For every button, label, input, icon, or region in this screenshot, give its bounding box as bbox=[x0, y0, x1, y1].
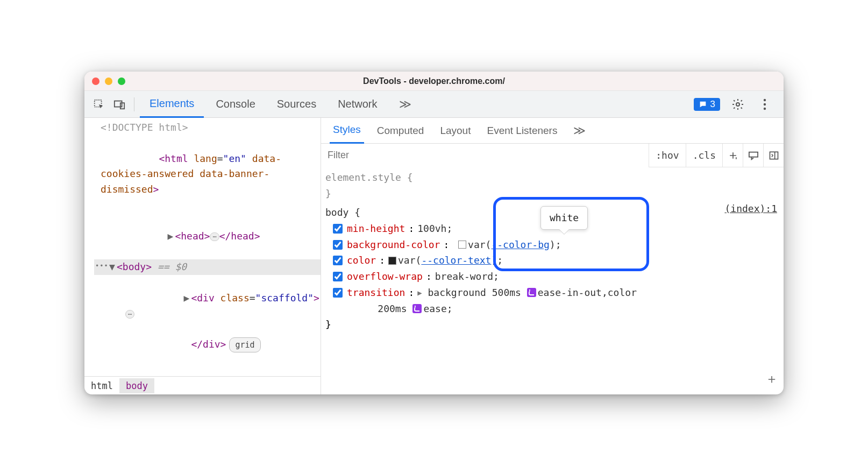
cls-toggle[interactable]: .cls bbox=[686, 144, 722, 167]
tab-elements[interactable]: Elements bbox=[140, 91, 204, 118]
var-color-text[interactable]: --color-text bbox=[421, 255, 491, 266]
issues-badge[interactable]: 3 bbox=[694, 98, 720, 111]
prop-background-color[interactable]: background-color: var(--color-bg); bbox=[325, 237, 779, 253]
toolbar-separator bbox=[134, 97, 134, 111]
window-titlebar: DevTools - developer.chrome.com/ bbox=[84, 72, 784, 91]
body-node-selected[interactable]: ▼<body> == $0 bbox=[94, 259, 321, 275]
elements-panel: <!DOCTYPE html> <html lang="en" data-coo… bbox=[84, 118, 321, 394]
styles-panel: Styles Computed Layout Event Listeners ≫… bbox=[321, 118, 784, 394]
window-title: DevTools - developer.chrome.com/ bbox=[84, 76, 784, 86]
kebab-menu-icon[interactable] bbox=[756, 95, 774, 114]
doctype-node: <!DOCTYPE html> bbox=[101, 122, 188, 133]
toggle-min-height[interactable] bbox=[333, 224, 343, 234]
filter-row: :hov .cls bbox=[321, 144, 784, 167]
devtools-window: DevTools - developer.chrome.com/ Element… bbox=[84, 72, 784, 394]
element-style-selector[interactable]: element.style { bbox=[325, 172, 413, 183]
prop-transition[interactable]: transition: ▶ background 500ms ease-in-o… bbox=[325, 285, 779, 301]
zoom-window-button[interactable] bbox=[118, 77, 125, 85]
color-swatch-black[interactable] bbox=[388, 257, 396, 265]
main-split: <!DOCTYPE html> <html lang="en" data-coo… bbox=[84, 118, 784, 394]
close-window-button[interactable] bbox=[92, 77, 99, 85]
scaffold-div-node[interactable]: ▶<div class="scaffold">⋯ </div>grid bbox=[94, 275, 321, 368]
minimize-window-button[interactable] bbox=[105, 77, 112, 85]
toggle-overflow-wrap[interactable] bbox=[333, 272, 343, 281]
styles-rules[interactable]: element.style { } (index):1 body { min-h… bbox=[321, 167, 784, 394]
announcement-banner-node[interactable]: ▶<announcement-banner class= "cookie-ban… bbox=[94, 368, 321, 376]
tab-network[interactable]: Network bbox=[328, 91, 387, 118]
easing-editor-icon-2[interactable] bbox=[412, 304, 422, 313]
styles-tabs: Styles Computed Layout Event Listeners ≫ bbox=[321, 118, 784, 144]
format-icon[interactable] bbox=[743, 144, 763, 167]
sidebar-toggle-icon[interactable] bbox=[763, 144, 784, 167]
prop-color[interactable]: color: var(--color-text); bbox=[325, 252, 779, 269]
stab-styles[interactable]: Styles bbox=[330, 118, 364, 144]
body-selector[interactable]: body { bbox=[325, 207, 360, 218]
var-color-bg[interactable]: --color-bg bbox=[491, 239, 549, 250]
svg-point-5 bbox=[764, 103, 766, 105]
main-toolbar: Elements Console Sources Network ≫ 3 bbox=[84, 91, 784, 118]
dom-tree[interactable]: <!DOCTYPE html> <html lang="en" data-coo… bbox=[84, 118, 321, 376]
easing-editor-icon[interactable] bbox=[527, 288, 536, 297]
toggle-color[interactable] bbox=[333, 256, 343, 265]
traffic-lights bbox=[84, 77, 125, 85]
hov-toggle[interactable]: :hov bbox=[649, 144, 685, 167]
add-declaration-icon[interactable]: ＋ bbox=[765, 369, 778, 390]
breadcrumb-bar: html body bbox=[84, 376, 321, 394]
inspect-element-icon[interactable] bbox=[90, 95, 108, 114]
crumb-body[interactable]: body bbox=[119, 378, 154, 393]
tab-console[interactable]: Console bbox=[206, 91, 265, 118]
color-swatch-white[interactable] bbox=[458, 241, 466, 249]
new-style-rule-icon[interactable] bbox=[722, 144, 743, 167]
svg-point-6 bbox=[764, 107, 766, 109]
more-stabs-icon[interactable]: ≫ bbox=[570, 118, 589, 144]
svg-point-3 bbox=[736, 103, 739, 106]
stab-layout[interactable]: Layout bbox=[437, 118, 474, 144]
grid-badge[interactable]: grid bbox=[229, 337, 260, 352]
head-node[interactable]: ▶<head>⋯</head> bbox=[94, 213, 321, 259]
prop-overflow-wrap[interactable]: overflow-wrap: break-word; bbox=[325, 269, 779, 285]
toggle-background-color[interactable] bbox=[333, 240, 343, 250]
stab-computed[interactable]: Computed bbox=[374, 118, 428, 144]
crumb-html[interactable]: html bbox=[84, 378, 119, 393]
styles-filter-input[interactable] bbox=[321, 144, 649, 167]
prop-transition-cont[interactable]: 200ms ease; bbox=[325, 301, 779, 317]
issues-count: 3 bbox=[710, 99, 715, 110]
tab-sources[interactable]: Sources bbox=[267, 91, 326, 118]
rule-source-link[interactable]: (index):1 bbox=[724, 201, 777, 217]
html-node[interactable]: <html lang="en" data-cookies-answered da… bbox=[94, 136, 321, 213]
toggle-transition[interactable] bbox=[333, 288, 343, 298]
device-toolbar-icon[interactable] bbox=[110, 95, 129, 114]
stab-event-listeners[interactable]: Event Listeners bbox=[483, 118, 560, 144]
svg-rect-7 bbox=[749, 152, 757, 157]
settings-icon[interactable] bbox=[729, 95, 747, 114]
svg-rect-8 bbox=[770, 152, 778, 159]
var-value-tooltip: white bbox=[540, 206, 588, 230]
more-tabs-icon[interactable]: ≫ bbox=[389, 91, 421, 118]
svg-point-4 bbox=[764, 98, 766, 101]
